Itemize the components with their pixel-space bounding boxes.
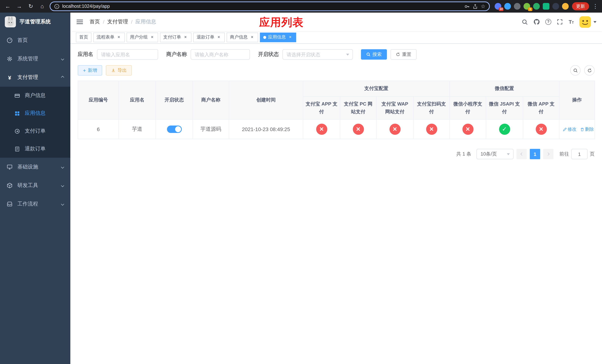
edit-link-label: 修改 (568, 126, 576, 133)
font-size-icon[interactable]: TT (569, 19, 574, 25)
trash-icon (580, 127, 584, 131)
prev-page-button[interactable] (516, 149, 527, 160)
extension-icon[interactable]: 1 (524, 3, 530, 10)
goto-page-input[interactable] (571, 149, 588, 160)
user-menu[interactable] (580, 16, 596, 28)
reset-button[interactable]: 重置 (391, 49, 417, 60)
reload-icon[interactable]: ↻ (27, 2, 35, 10)
page-size-value: 10条/页 (481, 151, 497, 158)
sidebar-item-dev-tools[interactable]: 研发工具 (0, 176, 70, 195)
close-icon[interactable]: × (216, 35, 221, 40)
search-icon (573, 68, 578, 73)
status-switch[interactable] (167, 126, 182, 133)
extension-icon[interactable] (533, 3, 540, 10)
sidebar-item-merchant-info[interactable]: 商户信息 (0, 87, 70, 104)
bookmark-star-icon[interactable]: ☆ (481, 3, 485, 9)
search-icon[interactable] (522, 19, 528, 25)
goto-label: 前往 (559, 151, 569, 158)
sidebar-item-payment-orders[interactable]: 支付订单 (0, 122, 70, 140)
page-number-button[interactable]: 1 (530, 149, 540, 160)
delete-link[interactable]: 删除 (580, 126, 594, 133)
back-icon[interactable]: ← (4, 2, 12, 10)
close-icon[interactable]: × (116, 35, 121, 40)
avatar (580, 16, 591, 28)
monitor-icon (7, 164, 13, 170)
export-button[interactable]: 导出 (106, 65, 132, 75)
status-select-input[interactable] (282, 49, 353, 60)
table-toolbar: + 新增 导出 (78, 65, 595, 75)
search-button[interactable]: 搜索 (361, 49, 387, 60)
chrome-update-button[interactable]: 更新 (572, 2, 589, 10)
extension-icon[interactable] (543, 3, 549, 10)
logo-image (5, 16, 16, 27)
extension-icon[interactable] (552, 3, 559, 10)
cell-app-name: 芋道 (119, 120, 156, 139)
info-icon[interactable] (54, 3, 60, 9)
app-title: 芋道管理系统 (20, 19, 51, 25)
breadcrumb-item[interactable]: 支付管理 (107, 19, 128, 25)
add-button[interactable]: + 新增 (78, 65, 102, 75)
tab-payment-orders[interactable]: 支付订单 × (160, 32, 191, 42)
extension-icon[interactable]: 10 (495, 3, 501, 10)
forward-icon[interactable]: → (15, 2, 23, 10)
tab-refund-orders[interactable]: 退款订单 × (193, 32, 225, 42)
cell-alipay-wap (376, 120, 413, 139)
app-logo[interactable]: 芋道管理系统 (0, 13, 70, 31)
close-icon[interactable]: × (288, 35, 293, 40)
page-size-select[interactable]: 10条/页 (476, 149, 514, 160)
sidebar-item-app-info[interactable]: 应用信息 (0, 104, 70, 122)
tab-label: 支付订单 (163, 34, 181, 40)
close-icon[interactable]: × (249, 35, 255, 40)
app-name-input[interactable] (97, 49, 158, 60)
help-icon[interactable]: ? (545, 19, 551, 25)
refresh-icon (396, 52, 400, 57)
pagination: 共 1 条 10条/页 1 前往 页 (78, 149, 595, 160)
sidebar-item-system[interactable]: 系统管理 (0, 50, 70, 68)
col-alipay-app: 支付宝 APP 支付 (303, 96, 340, 120)
col-actions: 操作 (559, 81, 595, 120)
tab-process-form[interactable]: 流程表单 × (93, 32, 125, 42)
sidebar-toggle-icon[interactable] (76, 18, 84, 26)
tab-app-info[interactable]: 应用信息 × (260, 32, 296, 42)
sidebar-item-refund-orders[interactable]: 退款订单 (0, 140, 70, 158)
breadcrumb-item[interactable]: 首页 (90, 19, 100, 25)
close-icon[interactable]: × (150, 35, 155, 40)
cell-alipay-app (303, 120, 340, 139)
tab-home[interactable]: 首页 (76, 32, 91, 42)
next-page-button[interactable] (543, 149, 553, 160)
app-name-label: 应用名 (78, 51, 93, 58)
col-alipay-pc: 支付宝 PC 网站支付 (340, 96, 376, 120)
browser-menu-icon[interactable]: ⋮ (592, 3, 598, 10)
sidebar-item-workflow[interactable]: 工作流程 (0, 195, 70, 213)
main-content: 首页 / 支付管理 / 应用信息 应用列表 ? (70, 13, 602, 364)
cell-wechat-lite (450, 120, 486, 139)
github-icon[interactable] (534, 19, 540, 25)
sidebar-item-infrastructure[interactable]: 基础设施 (0, 158, 70, 176)
address-bar[interactable]: ☆ (50, 1, 490, 11)
tab-label: 商户信息 (230, 34, 248, 40)
toggle-search-button[interactable] (570, 65, 580, 75)
status-select[interactable] (282, 49, 353, 60)
extension-icon[interactable] (514, 3, 521, 10)
breadcrumb-separator: / (103, 19, 104, 25)
tags-view: 首页 流程表单 × 用户分组 × 支付订单 × 退款订单 × (70, 31, 602, 44)
url-input[interactable] (62, 4, 462, 9)
navbar-actions: ? TT (522, 16, 596, 28)
page-title-annotation: 应用列表 (259, 15, 304, 30)
edit-link[interactable]: 修改 (563, 126, 576, 133)
share-icon[interactable] (473, 3, 478, 9)
tab-merchant-info[interactable]: 商户信息 × (226, 32, 258, 42)
merchant-name-input[interactable] (191, 49, 250, 60)
extension-icon[interactable] (562, 3, 569, 10)
key-icon[interactable] (464, 3, 470, 9)
refresh-table-button[interactable] (584, 65, 595, 75)
credit-card-icon (14, 93, 20, 98)
home-icon[interactable]: ⌂ (38, 2, 46, 10)
tab-user-group[interactable]: 用户分组 × (127, 32, 158, 42)
fullscreen-icon[interactable] (557, 19, 563, 25)
sidebar-item-home[interactable]: 首页 (0, 31, 70, 50)
sidebar-item-payment[interactable]: ¥ 支付管理 (0, 68, 70, 87)
close-icon[interactable]: × (183, 35, 188, 40)
box-icon (7, 182, 13, 189)
extension-icon[interactable] (504, 3, 511, 10)
